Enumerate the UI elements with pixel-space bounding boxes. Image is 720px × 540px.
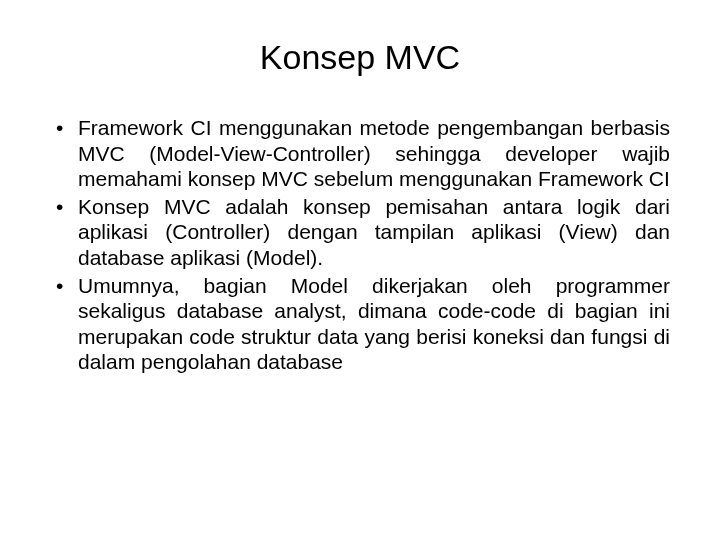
bullet-item: Umumnya, bagian Model dikerjakan oleh pr… xyxy=(50,273,670,375)
bullet-item: Konsep MVC adalah konsep pemisahan antar… xyxy=(50,194,670,271)
bullet-item: Framework CI menggunakan metode pengemba… xyxy=(50,115,670,192)
bullet-list: Framework CI menggunakan metode pengemba… xyxy=(50,115,670,375)
slide-title: Konsep MVC xyxy=(50,38,670,77)
